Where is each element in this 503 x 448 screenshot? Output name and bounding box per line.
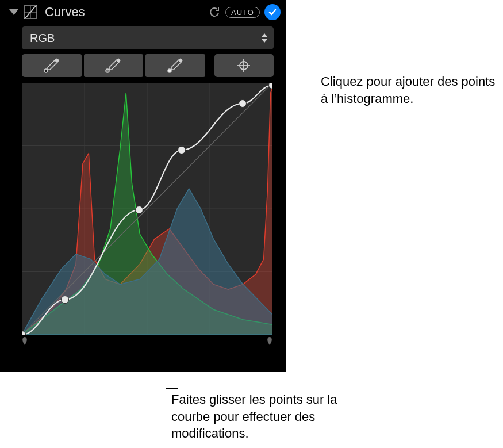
- chevron-up-icon: [261, 33, 268, 37]
- svg-point-24: [136, 206, 143, 214]
- eyedropper-black-button[interactable]: [22, 54, 82, 77]
- panel-header: Curves AUTO: [0, 0, 286, 24]
- eyedropper-icon: [43, 58, 60, 73]
- svg-point-8: [168, 69, 171, 72]
- callout-leader-line: [166, 388, 178, 389]
- add-point-button[interactable]: [214, 54, 274, 77]
- channel-select[interactable]: RGB: [22, 26, 274, 49]
- svg-point-25: [178, 147, 186, 154]
- eyedropper-gray-button[interactable]: [84, 54, 144, 77]
- callout-drag-points: Faites glisser les points sur la courbe …: [171, 391, 355, 442]
- enabled-checkmark-icon[interactable]: [264, 4, 281, 20]
- select-stepper-icon: [261, 33, 268, 43]
- chevron-down-icon: [261, 39, 268, 43]
- svg-point-26: [239, 100, 247, 108]
- curves-panel: Curves AUTO RGB: [0, 0, 286, 372]
- svg-point-23: [62, 296, 69, 304]
- callout-leader-line: [274, 83, 316, 83]
- callout-leader-line: [178, 169, 178, 388]
- svg-rect-3: [55, 58, 59, 63]
- eyedropper-icon: [167, 58, 184, 73]
- black-point-marker-icon[interactable]: [20, 336, 30, 346]
- callout-add-points: Cliquez pour ajouter des points à l’hist…: [321, 73, 503, 107]
- target-add-icon: [236, 58, 251, 73]
- svg-rect-7: [178, 58, 183, 63]
- eyedropper-white-button[interactable]: [145, 54, 205, 77]
- reset-icon[interactable]: [208, 6, 221, 18]
- curves-graph[interactable]: [22, 83, 272, 335]
- auto-button[interactable]: AUTO: [225, 7, 260, 18]
- svg-point-6: [106, 69, 109, 72]
- white-point-marker-icon[interactable]: [264, 336, 275, 346]
- svg-point-27: [269, 83, 273, 89]
- curves-tool-icon[interactable]: [23, 5, 38, 20]
- graph-svg: [22, 83, 272, 335]
- channel-select-value: RGB: [30, 32, 55, 45]
- disclosure-triangle-icon[interactable]: [9, 9, 18, 15]
- eyedropper-toolbar: [22, 54, 274, 77]
- eyedropper-icon: [105, 58, 122, 73]
- svg-point-4: [44, 69, 48, 72]
- svg-rect-5: [116, 58, 121, 63]
- panel-title: Curves: [45, 5, 203, 20]
- panel-body: RGB: [0, 24, 286, 335]
